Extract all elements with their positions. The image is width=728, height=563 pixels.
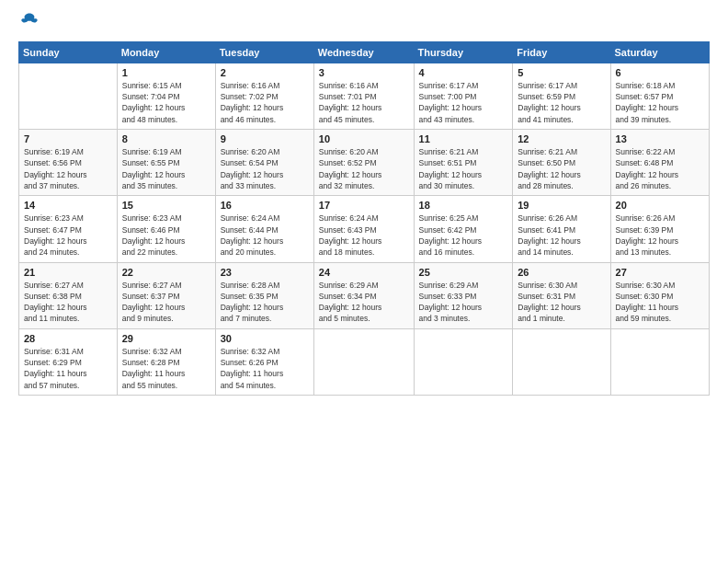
day-number: 7 bbox=[24, 133, 112, 144]
calendar-cell: 9Sunrise: 6:20 AM Sunset: 6:54 PM Daylig… bbox=[215, 130, 313, 196]
day-info: Sunrise: 6:30 AM Sunset: 6:31 PM Dayligh… bbox=[518, 280, 605, 325]
calendar-body: 1Sunrise: 6:15 AM Sunset: 7:04 PM Daylig… bbox=[19, 63, 710, 395]
day-number: 25 bbox=[419, 267, 508, 278]
calendar-header-friday: Friday bbox=[513, 41, 610, 63]
day-info: Sunrise: 6:30 AM Sunset: 6:30 PM Dayligh… bbox=[616, 280, 704, 325]
day-info: Sunrise: 6:31 AM Sunset: 6:29 PM Dayligh… bbox=[24, 346, 112, 391]
calendar-cell: 12Sunrise: 6:21 AM Sunset: 6:50 PM Dayli… bbox=[513, 130, 610, 196]
day-info: Sunrise: 6:25 AM Sunset: 6:42 PM Dayligh… bbox=[419, 213, 508, 258]
calendar-header-monday: Monday bbox=[117, 41, 215, 63]
day-number: 2 bbox=[221, 67, 309, 78]
calendar-table: SundayMondayTuesdayWednesdayThursdayFrid… bbox=[18, 41, 710, 396]
day-info: Sunrise: 6:21 AM Sunset: 6:50 PM Dayligh… bbox=[518, 146, 605, 191]
calendar-cell: 13Sunrise: 6:22 AM Sunset: 6:48 PM Dayli… bbox=[610, 130, 709, 196]
calendar-header-sunday: Sunday bbox=[19, 41, 118, 63]
logo-text bbox=[18, 15, 39, 34]
calendar-cell: 24Sunrise: 6:29 AM Sunset: 6:34 PM Dayli… bbox=[313, 262, 414, 328]
day-info: Sunrise: 6:24 AM Sunset: 6:43 PM Dayligh… bbox=[319, 213, 409, 258]
calendar-cell: 26Sunrise: 6:30 AM Sunset: 6:31 PM Dayli… bbox=[513, 262, 610, 328]
day-number: 14 bbox=[24, 200, 112, 211]
day-number: 18 bbox=[419, 200, 508, 211]
day-info: Sunrise: 6:21 AM Sunset: 6:51 PM Dayligh… bbox=[419, 146, 508, 191]
day-info: Sunrise: 6:19 AM Sunset: 6:55 PM Dayligh… bbox=[122, 146, 210, 191]
calendar-cell: 28Sunrise: 6:31 AM Sunset: 6:29 PM Dayli… bbox=[19, 328, 118, 395]
calendar-cell: 5Sunrise: 6:17 AM Sunset: 6:59 PM Daylig… bbox=[513, 63, 610, 129]
calendar-week-row: 28Sunrise: 6:31 AM Sunset: 6:29 PM Dayli… bbox=[19, 328, 710, 395]
calendar-cell: 27Sunrise: 6:30 AM Sunset: 6:30 PM Dayli… bbox=[610, 262, 709, 328]
day-number: 15 bbox=[122, 200, 210, 211]
day-info: Sunrise: 6:32 AM Sunset: 6:28 PM Dayligh… bbox=[122, 346, 210, 391]
day-info: Sunrise: 6:28 AM Sunset: 6:35 PM Dayligh… bbox=[221, 280, 309, 325]
day-number: 17 bbox=[319, 200, 409, 211]
day-number: 19 bbox=[518, 200, 605, 211]
calendar-cell: 20Sunrise: 6:26 AM Sunset: 6:39 PM Dayli… bbox=[610, 196, 709, 262]
calendar-cell: 6Sunrise: 6:18 AM Sunset: 6:57 PM Daylig… bbox=[610, 63, 709, 129]
day-number: 8 bbox=[122, 133, 210, 144]
day-number: 29 bbox=[122, 333, 210, 344]
calendar-header-wednesday: Wednesday bbox=[313, 41, 414, 63]
day-info: Sunrise: 6:20 AM Sunset: 6:54 PM Dayligh… bbox=[221, 146, 309, 191]
day-number: 23 bbox=[221, 267, 309, 278]
day-number: 22 bbox=[122, 267, 210, 278]
day-number: 24 bbox=[319, 267, 409, 278]
day-info: Sunrise: 6:32 AM Sunset: 6:26 PM Dayligh… bbox=[221, 346, 309, 391]
calendar-cell: 16Sunrise: 6:24 AM Sunset: 6:44 PM Dayli… bbox=[215, 196, 313, 262]
header bbox=[18, 15, 710, 32]
calendar-cell: 25Sunrise: 6:29 AM Sunset: 6:33 PM Dayli… bbox=[414, 262, 513, 328]
day-info: Sunrise: 6:22 AM Sunset: 6:48 PM Dayligh… bbox=[616, 146, 704, 191]
calendar-header-row: SundayMondayTuesdayWednesdayThursdayFrid… bbox=[19, 41, 710, 63]
calendar-cell: 18Sunrise: 6:25 AM Sunset: 6:42 PM Dayli… bbox=[414, 196, 513, 262]
calendar-cell: 8Sunrise: 6:19 AM Sunset: 6:55 PM Daylig… bbox=[117, 130, 215, 196]
calendar-header-tuesday: Tuesday bbox=[215, 41, 313, 63]
day-number: 6 bbox=[616, 67, 704, 78]
day-number: 21 bbox=[24, 267, 112, 278]
calendar-week-row: 21Sunrise: 6:27 AM Sunset: 6:38 PM Dayli… bbox=[19, 262, 710, 328]
day-number: 11 bbox=[419, 133, 508, 144]
day-number: 1 bbox=[122, 67, 210, 78]
calendar-cell: 22Sunrise: 6:27 AM Sunset: 6:37 PM Dayli… bbox=[117, 262, 215, 328]
calendar-week-row: 7Sunrise: 6:19 AM Sunset: 6:56 PM Daylig… bbox=[19, 130, 710, 196]
day-info: Sunrise: 6:27 AM Sunset: 6:37 PM Dayligh… bbox=[122, 280, 210, 325]
day-number: 4 bbox=[419, 67, 508, 78]
calendar-cell: 11Sunrise: 6:21 AM Sunset: 6:51 PM Dayli… bbox=[414, 130, 513, 196]
day-number: 12 bbox=[518, 133, 605, 144]
calendar-header-thursday: Thursday bbox=[414, 41, 513, 63]
calendar-cell: 23Sunrise: 6:28 AM Sunset: 6:35 PM Dayli… bbox=[215, 262, 313, 328]
day-number: 20 bbox=[616, 200, 704, 211]
calendar-cell: 2Sunrise: 6:16 AM Sunset: 7:02 PM Daylig… bbox=[215, 63, 313, 129]
calendar-cell: 15Sunrise: 6:23 AM Sunset: 6:46 PM Dayli… bbox=[117, 196, 215, 262]
day-number: 3 bbox=[319, 67, 409, 78]
page: SundayMondayTuesdayWednesdayThursdayFrid… bbox=[0, 0, 728, 563]
day-number: 10 bbox=[319, 133, 409, 144]
logo bbox=[18, 15, 39, 32]
calendar-cell: 17Sunrise: 6:24 AM Sunset: 6:43 PM Dayli… bbox=[313, 196, 414, 262]
day-info: Sunrise: 6:16 AM Sunset: 7:02 PM Dayligh… bbox=[221, 80, 309, 125]
day-info: Sunrise: 6:26 AM Sunset: 6:41 PM Dayligh… bbox=[518, 213, 605, 258]
calendar-cell bbox=[513, 328, 610, 395]
day-number: 5 bbox=[518, 67, 605, 78]
day-number: 16 bbox=[221, 200, 309, 211]
day-info: Sunrise: 6:29 AM Sunset: 6:33 PM Dayligh… bbox=[419, 280, 508, 325]
day-number: 26 bbox=[518, 267, 605, 278]
day-info: Sunrise: 6:23 AM Sunset: 6:47 PM Dayligh… bbox=[24, 213, 112, 258]
day-info: Sunrise: 6:19 AM Sunset: 6:56 PM Dayligh… bbox=[24, 146, 112, 191]
day-info: Sunrise: 6:20 AM Sunset: 6:52 PM Dayligh… bbox=[319, 146, 409, 191]
calendar-week-row: 14Sunrise: 6:23 AM Sunset: 6:47 PM Dayli… bbox=[19, 196, 710, 262]
day-info: Sunrise: 6:17 AM Sunset: 7:00 PM Dayligh… bbox=[419, 80, 508, 125]
logo-bird-icon bbox=[20, 11, 39, 29]
day-info: Sunrise: 6:18 AM Sunset: 6:57 PM Dayligh… bbox=[616, 80, 704, 125]
calendar-cell: 29Sunrise: 6:32 AM Sunset: 6:28 PM Dayli… bbox=[117, 328, 215, 395]
day-info: Sunrise: 6:17 AM Sunset: 6:59 PM Dayligh… bbox=[518, 80, 605, 125]
calendar-cell: 7Sunrise: 6:19 AM Sunset: 6:56 PM Daylig… bbox=[19, 130, 118, 196]
calendar-cell bbox=[414, 328, 513, 395]
day-info: Sunrise: 6:23 AM Sunset: 6:46 PM Dayligh… bbox=[122, 213, 210, 258]
calendar-cell: 4Sunrise: 6:17 AM Sunset: 7:00 PM Daylig… bbox=[414, 63, 513, 129]
calendar-cell bbox=[19, 63, 118, 129]
calendar-cell: 30Sunrise: 6:32 AM Sunset: 6:26 PM Dayli… bbox=[215, 328, 313, 395]
calendar-cell: 10Sunrise: 6:20 AM Sunset: 6:52 PM Dayli… bbox=[313, 130, 414, 196]
calendar-cell: 1Sunrise: 6:15 AM Sunset: 7:04 PM Daylig… bbox=[117, 63, 215, 129]
calendar-cell bbox=[610, 328, 709, 395]
calendar-cell: 19Sunrise: 6:26 AM Sunset: 6:41 PM Dayli… bbox=[513, 196, 610, 262]
day-number: 30 bbox=[221, 333, 309, 344]
day-number: 13 bbox=[616, 133, 704, 144]
